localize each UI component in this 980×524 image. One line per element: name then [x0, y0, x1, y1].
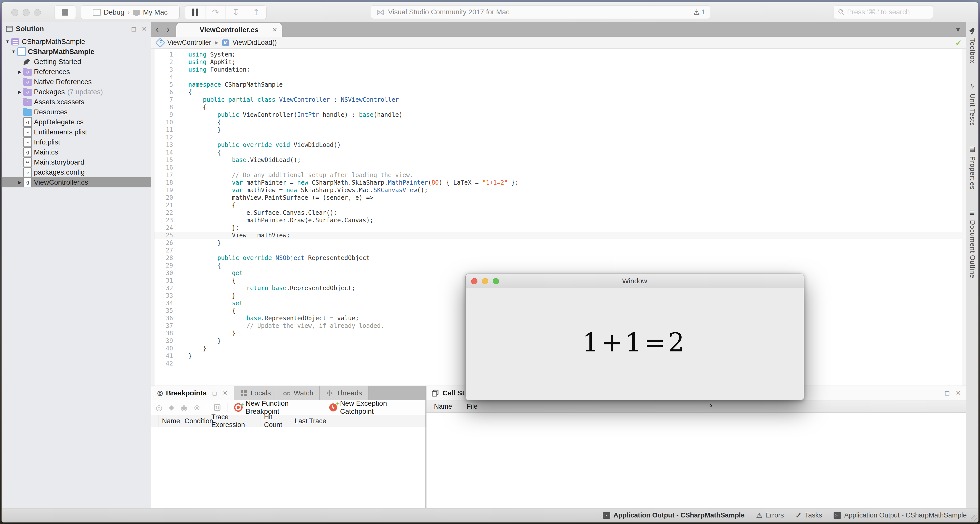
tree-item-main-storyboard[interactable]: ↦Main.storyboard	[2, 157, 151, 167]
code-line-4[interactable]: 4	[154, 73, 966, 81]
minimize-window-icon[interactable]	[482, 278, 488, 284]
breakpoint-properties-icon[interactable]	[213, 404, 221, 411]
code-line-27[interactable]: 27	[154, 247, 966, 254]
tree-item-main-cs[interactable]: {}Main.cs	[2, 147, 151, 157]
tree-collapsed-icon[interactable]: ▶	[16, 69, 23, 75]
close-pad-icon[interactable]: ✕	[955, 389, 961, 397]
rail-tab-unit-tests[interactable]: ϟUnit Tests	[969, 83, 976, 126]
tree-item-assets-xcassets[interactable]: ▫Assets.xcassets	[2, 97, 151, 107]
button-new-exception-catchpoint[interactable]: ϟ+New Exception Catchpoint	[329, 400, 421, 416]
all-breakpoints-icon[interactable]: ◉	[181, 403, 187, 412]
code-line-16[interactable]: 16	[154, 164, 966, 171]
code-line-5[interactable]: 5namespace CSharpMathSample	[154, 81, 966, 88]
tab-breakpoints[interactable]: ◎ Breakpoints ◻ ✕	[151, 386, 234, 400]
column-header-condition[interactable]: Condition	[181, 415, 208, 427]
remove-breakpoint-icon[interactable]: ⊗	[194, 403, 200, 412]
close-pad-icon[interactable]: ✕	[223, 390, 228, 397]
column-header-hit-count[interactable]: Hit Count	[261, 415, 291, 427]
code-line-10[interactable]: 10 {	[154, 119, 966, 126]
rail-tab-toolbox[interactable]: Toolbox	[969, 28, 976, 63]
code-health-check-icon[interactable]: ✓	[955, 38, 962, 48]
tab-overflow-icon[interactable]: ▾	[956, 25, 960, 34]
code-line-25[interactable]: 25 View = mathView;	[154, 232, 966, 239]
code-line-28[interactable]: 28 public override NSObject RepresentedO…	[154, 254, 966, 262]
step-out-button[interactable]: ↥	[246, 6, 266, 19]
app-window[interactable]: Window 1+1=2	[465, 274, 804, 400]
step-over-button[interactable]: ↷	[205, 6, 226, 19]
code-line-6[interactable]: 6{	[154, 88, 966, 96]
statusbar-item-application-output-csharpmathsample[interactable]: >_Application Output - CSharpMathSample	[603, 511, 745, 519]
search-input[interactable]	[846, 8, 929, 16]
zoom-window-icon[interactable]	[493, 278, 499, 284]
code-line-7[interactable]: 7 public partial class ViewController : …	[154, 96, 966, 104]
stop-button[interactable]	[54, 6, 76, 19]
editor-scrollbar[interactable]	[962, 49, 966, 385]
rail-tab-document-outline[interactable]: ≣Document Outline	[969, 209, 976, 278]
breakpoint-icon[interactable]: ◎	[156, 403, 162, 412]
breakpoint-gutter[interactable]	[151, 49, 154, 385]
code-line-22[interactable]: 22 e.Surface.Canvas.Clear();	[154, 209, 966, 217]
code-line-29[interactable]: 29 {	[154, 262, 966, 269]
zoom-window-icon[interactable]	[34, 9, 41, 16]
disable-breakpoint-icon[interactable]: ⬥	[169, 403, 174, 412]
tree-collapsed-icon[interactable]: ▶	[16, 89, 23, 95]
rail-tab-properties[interactable]: ▤Properties	[969, 145, 976, 190]
close-tab-icon[interactable]: ✕	[272, 26, 277, 33]
code-line-24[interactable]: 24 };	[154, 224, 966, 232]
pause-button[interactable]	[185, 6, 205, 19]
statusbar-item-application-output-csharpmathsample[interactable]: >_Application Output - CSharpMathSample	[834, 511, 967, 519]
breadcrumb-item-viewdidload[interactable]: MViewDidLoad()	[222, 39, 277, 46]
code-line-3[interactable]: 3using Foundation;	[154, 66, 966, 73]
dock-pad-icon[interactable]: ◻	[212, 390, 217, 397]
column-header-file[interactable]: File	[459, 403, 478, 411]
tree-item-info-plist[interactable]: ≡Info.plist	[2, 137, 151, 147]
code-line-17[interactable]: 17 // Do any additional setup after load…	[154, 171, 966, 179]
code-line-19[interactable]: 19 var mathView = new SkiaSharp.Views.Ma…	[154, 186, 966, 194]
run-configuration-selector[interactable]: Debug › My Mac	[81, 6, 180, 19]
global-search[interactable]	[834, 5, 933, 19]
code-line-21[interactable]: 21 {	[154, 201, 966, 209]
code-line-14[interactable]: 14 {	[154, 149, 966, 156]
tree-collapsed-icon[interactable]: ▶	[16, 180, 23, 185]
tree-expanded-icon[interactable]: ▼	[10, 49, 18, 54]
tree-item-resources[interactable]: Resources	[2, 107, 151, 117]
column-header-trace-expression[interactable]: Trace Expression	[208, 415, 261, 427]
code-line-11[interactable]: 11 }	[154, 126, 966, 134]
warning-counter[interactable]: ⚠ 1	[694, 8, 705, 16]
dock-pad-icon[interactable]: ◻	[131, 25, 137, 33]
tree-item-packages[interactable]: ▶◇Packages(7 updates)	[2, 87, 151, 97]
statusbar-item-errors[interactable]: ⚠Errors	[756, 511, 784, 519]
tab-locals[interactable]: Locals	[234, 386, 277, 400]
breakpoints-list[interactable]	[151, 427, 425, 508]
dock-pad-icon[interactable]: ◻	[945, 389, 950, 397]
statusbar-item-tasks[interactable]: ✓Tasks	[795, 511, 822, 520]
tab-viewcontroller-cs[interactable]: ViewController.cs ✕	[176, 23, 282, 37]
code-line-20[interactable]: 20 mathView.PaintSurface += (sender, e) …	[154, 194, 966, 201]
code-line-9[interactable]: 9 public ViewController(IntPtr handle) :…	[154, 111, 966, 119]
column-header-name[interactable]: Name	[159, 415, 181, 427]
code-line-26[interactable]: 26 }	[154, 239, 966, 247]
column-header-name[interactable]: Name	[426, 403, 459, 411]
code-line-1[interactable]: 1using System;	[154, 51, 966, 58]
step-into-button[interactable]: ↧	[226, 6, 246, 19]
close-pad-icon[interactable]: ✕	[142, 25, 147, 33]
tree-item-viewcontroller-cs[interactable]: ▶{}ViewController.cs	[2, 177, 151, 187]
code-line-23[interactable]: 23 mathPainter.Draw(e.Surface.Canvas);	[154, 217, 966, 224]
code-line-2[interactable]: 2using AppKit;	[154, 58, 966, 66]
tree-item-getting-started[interactable]: Getting Started	[2, 57, 151, 67]
breadcrumb-item-viewcontroller[interactable]: ViewController	[157, 39, 211, 46]
code-line-12[interactable]: 12	[154, 134, 966, 141]
app-window-titlebar[interactable]: Window	[466, 274, 804, 288]
tree-expanded-icon[interactable]: ▼	[4, 39, 11, 44]
close-window-icon[interactable]	[11, 9, 18, 16]
tree-item-csharpmathsample[interactable]: ▼CSharpMathSample	[2, 37, 151, 47]
window-traffic-lights[interactable]	[11, 9, 41, 16]
navigate-forward-button[interactable]: ›	[163, 24, 173, 35]
navigate-back-button[interactable]: ‹	[152, 24, 162, 35]
tree-item-native-references[interactable]: ◇Native References	[2, 77, 151, 87]
code-line-8[interactable]: 8 {	[154, 104, 966, 111]
callstack-list[interactable]	[426, 413, 966, 508]
overflow-chevron-icon[interactable]: ›	[710, 401, 712, 409]
code-line-13[interactable]: 13 public override void ViewDidLoad()	[154, 141, 966, 149]
code-line-15[interactable]: 15 base.ViewDidLoad();	[154, 156, 966, 164]
